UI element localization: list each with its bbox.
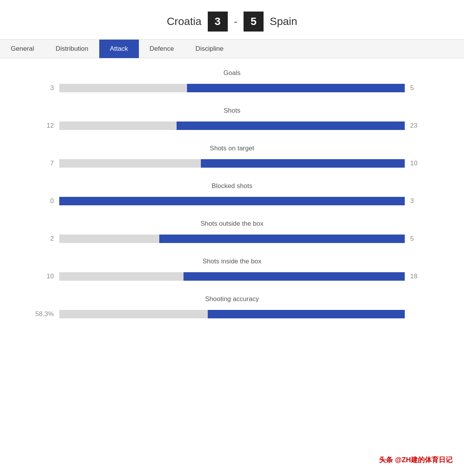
tab-general[interactable]: General xyxy=(0,40,45,58)
stat-value-left: 3 xyxy=(31,84,54,92)
stat-label: Shots inside the box xyxy=(31,258,433,265)
bar-right xyxy=(59,197,405,205)
stat-value-right: 3 xyxy=(410,197,433,205)
tab-distribution[interactable]: Distribution xyxy=(45,40,99,58)
stat-bar-container xyxy=(59,159,405,168)
stat-value-right: 10 xyxy=(410,160,433,167)
stat-row: 25 xyxy=(31,235,433,243)
stat-block: Shots on target710 xyxy=(31,138,433,171)
tab-discipline[interactable]: Discipline xyxy=(185,40,234,58)
stat-label: Goals xyxy=(31,69,433,77)
stat-bar-container xyxy=(59,197,405,205)
stat-label: Shots outside the box xyxy=(31,220,433,228)
match-header: Croatia 3 - 5 Spain xyxy=(0,0,464,39)
stat-row: 710 xyxy=(31,159,433,168)
stat-label: Blocked shots xyxy=(31,182,433,190)
stat-value-left: 58.3% xyxy=(31,310,54,318)
stat-value-right: 5 xyxy=(410,235,433,243)
stat-label: Shots xyxy=(31,107,433,115)
stat-value-right: 18 xyxy=(410,273,433,280)
stat-value-left: 7 xyxy=(31,160,54,167)
stat-value-right: 23 xyxy=(410,122,433,130)
bar-right xyxy=(187,84,405,92)
stats-panel: Goals35Shots1223Shots on target710Blocke… xyxy=(0,58,464,330)
tab-attack[interactable]: Attack xyxy=(99,40,139,58)
bar-right xyxy=(201,159,405,168)
stat-block: Goals35 xyxy=(31,62,433,96)
stat-value-left: 0 xyxy=(31,197,54,205)
bar-left xyxy=(59,159,201,168)
stat-label: Shooting accuracy xyxy=(31,295,433,303)
team-right: Spain xyxy=(270,15,297,28)
stat-row: 03 xyxy=(31,197,433,205)
stat-block: Shooting accuracy58.3% xyxy=(31,288,433,322)
stat-bar-container xyxy=(59,310,405,318)
team-left: Croatia xyxy=(167,15,201,28)
score-left: 3 xyxy=(208,12,228,32)
bar-right xyxy=(208,310,405,318)
stat-row: 1223 xyxy=(31,121,433,130)
watermark-text: 头条 @ZH建的体育日记 xyxy=(379,455,452,464)
bar-right xyxy=(184,272,405,281)
stat-label: Shots on target xyxy=(31,145,433,152)
score-right: 5 xyxy=(244,12,264,32)
bar-left xyxy=(59,121,177,130)
score-separator: - xyxy=(234,15,237,28)
tab-defence[interactable]: Defence xyxy=(139,40,185,58)
bar-left xyxy=(59,310,208,318)
bar-left xyxy=(59,272,184,281)
stat-bar-container xyxy=(59,121,405,130)
bar-left xyxy=(59,84,187,92)
stat-value-left: 12 xyxy=(31,122,54,130)
stat-bar-container xyxy=(59,235,405,243)
stat-bar-container xyxy=(59,272,405,281)
stat-value-right: 5 xyxy=(410,84,433,92)
stat-row: 35 xyxy=(31,84,433,92)
tab-bar: General Distribution Attack Defence Disc… xyxy=(0,40,464,58)
stat-bar-container xyxy=(59,84,405,92)
bar-right xyxy=(177,121,405,130)
stat-block: Shots1223 xyxy=(31,100,433,134)
stat-row: 1018 xyxy=(31,272,433,281)
stat-block: Shots outside the box25 xyxy=(31,213,433,247)
bar-left xyxy=(59,235,159,243)
stat-value-left: 2 xyxy=(31,235,54,243)
stat-block: Shots inside the box1018 xyxy=(31,251,433,285)
stat-row: 58.3% xyxy=(31,310,433,318)
stat-value-left: 10 xyxy=(31,273,54,280)
stat-block: Blocked shots03 xyxy=(31,175,433,209)
bar-right xyxy=(159,235,405,243)
